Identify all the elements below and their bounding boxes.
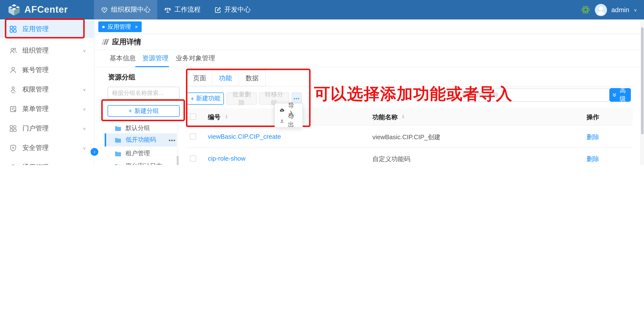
user-avatar[interactable]: [595, 4, 607, 16]
delete-link[interactable]: 删除: [586, 133, 599, 142]
brand-name: AFCenter: [24, 4, 68, 15]
app-window: AFCenter 组织权限中心 工作流程: [0, 0, 644, 165]
group-search-input[interactable]: [108, 87, 180, 99]
nav-org-permission-center[interactable]: 组织权限中心: [94, 0, 157, 20]
function-code-link[interactable]: viewBasic.CIP.CIP_create: [208, 133, 281, 140]
user-badge-icon: [9, 86, 17, 94]
chevron-down-icon: ∨: [82, 146, 86, 150]
tab-business-object-management[interactable]: 业务对象管理: [176, 54, 215, 63]
table-row: viewBasic.CIP.CIP_create viewBasic.CIP.C…: [187, 126, 633, 148]
group-label: 平台审计日志: [126, 162, 162, 165]
select-all-checkbox[interactable]: [190, 114, 196, 120]
appstore-icon: [9, 25, 17, 33]
sidebar-collapse-button[interactable]: ‹: [90, 148, 98, 156]
resource-tab-function[interactable]: 功能: [212, 70, 239, 86]
resource-tab-page[interactable]: 页面: [187, 70, 212, 86]
table-row: cip-role-show 自定义功能码 删除: [187, 148, 633, 165]
sidebar-item-general-management[interactable]: 通用管理 ∨: [0, 158, 94, 165]
sort-caret-icon[interactable]: ▲ ▼: [402, 114, 405, 119]
sidebar-item-account-management[interactable]: 账号管理: [0, 60, 94, 80]
grid-icon: [9, 124, 17, 132]
column-header-name[interactable]: 功能名称: [372, 113, 398, 122]
workspace-tab-app-management[interactable]: 应用管理 ×: [98, 22, 142, 32]
group-list-scrollbar-thumb[interactable]: [177, 156, 179, 165]
tab-basic-info[interactable]: 基本信息: [110, 54, 136, 63]
username[interactable]: admin: [612, 6, 630, 14]
nav-label: 工作流程: [174, 5, 200, 14]
sidebar-item-label: 应用管理: [22, 25, 49, 34]
brand: AFCenter: [8, 4, 68, 16]
tab-resource-management[interactable]: 资源管理: [142, 54, 168, 63]
more-dots-icon: •••: [294, 96, 300, 101]
chevron-down-icon: ∨: [82, 49, 86, 53]
sidebar-item-permission-management[interactable]: 权限管理 ∨: [0, 80, 94, 99]
user-menu-chevron-icon[interactable]: ∨: [634, 8, 637, 12]
content: 资源分组 + 新建分组 默认分组 低开功能码 ••• 租户管理: [94, 67, 644, 165]
edit-square-icon: [214, 6, 222, 14]
group-label: 租户管理: [126, 149, 150, 158]
row-checkbox[interactable]: [190, 133, 196, 140]
window-scrollbar-thumb[interactable]: [641, 27, 644, 134]
table-header: 编号 ▲ ▼ 功能名称 ▲ ▼ 操作: [187, 108, 633, 126]
afcenter-logo-icon: [8, 4, 20, 16]
double-chevron-down-icon: [612, 92, 616, 98]
group-item[interactable]: 平台审计日志: [105, 160, 179, 165]
search-icon: [451, 92, 458, 98]
group-item-selected[interactable]: 低开功能码 •••: [105, 133, 179, 146]
download-icon: [280, 118, 284, 124]
top-right-cluster: admin ∨: [581, 0, 637, 20]
menu-item-export[interactable]: 导出: [275, 115, 302, 126]
caret-down-icon: ▼: [402, 116, 405, 119]
function-name: 自定义功能码: [372, 155, 410, 164]
bulk-delete-label: 批量删除: [230, 90, 254, 107]
close-icon[interactable]: ×: [135, 24, 138, 30]
delete-link[interactable]: 删除: [586, 155, 599, 164]
group-panel-title: 资源分组: [108, 73, 135, 82]
advanced-search-button[interactable]: 高级: [610, 88, 631, 102]
main-area: 应用管理 × 应用详情 基本信息 资源管理 业务对象管理 资源分组: [94, 20, 644, 165]
new-function-label: 新建功能: [196, 94, 220, 103]
chevron-down-icon: ∨: [82, 107, 86, 111]
function-search-input[interactable]: [461, 88, 607, 101]
caret-down-icon: ▼: [225, 116, 228, 119]
column-header-code[interactable]: 编号: [208, 113, 220, 122]
top-bar: AFCenter 组织权限中心 工作流程: [0, 0, 644, 20]
group-item[interactable]: 租户管理: [105, 147, 179, 160]
nav-dev-center[interactable]: 开发中心: [207, 0, 258, 20]
folder-icon: [114, 137, 121, 143]
function-code-link[interactable]: cip-role-show: [208, 155, 246, 162]
nav-workflow[interactable]: 工作流程: [157, 0, 207, 20]
sidebar-item-security-management[interactable]: 安全管理 ∨: [0, 138, 94, 158]
sidebar-item-app-management[interactable]: 应用管理: [0, 20, 94, 38]
sidebar-item-label: 账号管理: [22, 66, 49, 74]
move-group-button[interactable]: 转移分组: [259, 92, 289, 105]
scale-icon: [164, 6, 171, 14]
shield-plus-icon: [9, 144, 17, 152]
group-item[interactable]: 默认分组: [105, 122, 179, 134]
user-icon: [9, 66, 17, 74]
target-circle-icon: [9, 164, 17, 165]
plus-icon: +: [190, 95, 194, 102]
group-label: 低开功能码: [126, 136, 156, 144]
sidebar-item-org-management[interactable]: 租户管理 组织管理 ∨: [0, 41, 94, 60]
detail-tabs: 基本信息 资源管理 业务对象管理: [94, 50, 644, 67]
top-nav: 组织权限中心 工作流程 开发中心: [94, 0, 258, 20]
folder-icon: [114, 150, 121, 156]
new-group-label: 新建分组: [134, 107, 159, 115]
extension-knot-icon[interactable]: [581, 5, 590, 14]
group-more-icon[interactable]: •••: [169, 137, 176, 143]
bulk-delete-button[interactable]: 批量删除: [226, 92, 257, 105]
sidebar-item-portal-management[interactable]: 门户管理 ∨: [0, 119, 94, 138]
new-function-button[interactable]: + 新建功能: [187, 92, 224, 105]
resource-panel: 页面 功能 数据 + 新建功能 批量删除 转移分组 •••: [187, 67, 633, 165]
sidebar-item-menu-management[interactable]: 菜单管理 ∨: [0, 99, 94, 119]
resource-tab-data[interactable]: 数据: [238, 70, 266, 86]
row-checkbox[interactable]: [190, 155, 196, 162]
active-dot-icon: [102, 26, 105, 28]
sort-caret-icon[interactable]: ▲ ▼: [225, 114, 228, 119]
workspace-tab-label: 应用管理: [108, 23, 131, 31]
sidebar-item-label: 权限管理: [22, 85, 49, 94]
team-icon: [9, 47, 17, 54]
new-group-button[interactable]: + 新建分组: [108, 105, 180, 117]
folder-icon: [114, 125, 121, 131]
